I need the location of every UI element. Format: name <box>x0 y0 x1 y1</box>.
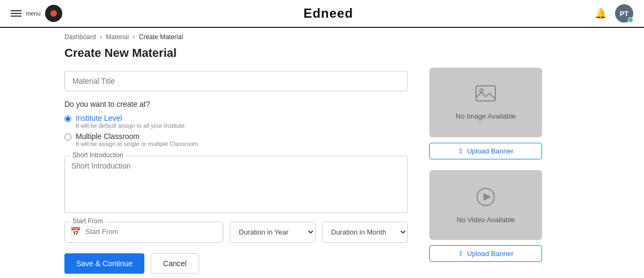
svg-marker-3 <box>484 193 491 201</box>
upload-image-label: Upload Banner <box>467 147 514 155</box>
menu-icon[interactable] <box>11 10 21 17</box>
online-indicator <box>628 17 633 23</box>
svg-rect-0 <box>476 86 495 101</box>
page-title: Create New Material <box>64 46 408 60</box>
cancel-button[interactable]: Cancel <box>151 253 199 274</box>
start-from-legend: Start From <box>70 217 105 225</box>
menu-label: menu <box>26 10 41 17</box>
video-placeholder-icon <box>475 186 496 211</box>
radio-classroom[interactable] <box>64 134 71 141</box>
date-duration-row: Start From 📅 Duration in Year 1 Year 2 Y… <box>64 222 408 243</box>
form-section: Create New Material Do you want to creat… <box>64 46 408 274</box>
save-continue-button[interactable]: Save & Continue <box>64 253 144 274</box>
radio-institute-sublabel: It will be default assign to all your In… <box>76 122 186 129</box>
duration-month-select[interactable]: Duration in Month 1 Month 2 Months 3 Mon… <box>322 222 408 243</box>
button-row: Save & Continue Cancel <box>64 253 408 274</box>
radio-classroom-sublabel: It will be assign to single or multiple … <box>76 141 200 147</box>
short-intro-legend: Short Introduction <box>70 151 126 159</box>
upload-video-button[interactable]: ⇧ Upload Banner <box>429 245 542 262</box>
upload-video-label: Upload Banner <box>467 250 514 258</box>
radio-classroom-label[interactable]: Multiple Classroom <box>76 132 140 141</box>
no-image-label: No Image Available <box>456 112 516 120</box>
radio-option-institute: Institute Level It will be default assig… <box>64 114 408 129</box>
create-question-label: Do you want to create at? <box>64 100 408 108</box>
app-logo: Edneed <box>303 6 353 21</box>
radio-group: Institute Level It will be default assig… <box>64 114 408 147</box>
radio-institute[interactable] <box>64 115 71 122</box>
upload-image-button[interactable]: ⇧ Upload Banner <box>429 143 542 159</box>
breadcrumb-dashboard[interactable]: Dashboard <box>64 33 96 41</box>
upload-video-icon: ⇧ <box>458 250 464 258</box>
image-placeholder-icon <box>475 85 496 108</box>
short-intro-textarea[interactable] <box>71 162 401 204</box>
start-from-input[interactable] <box>85 228 217 236</box>
avatar[interactable]: PT <box>615 4 633 23</box>
breadcrumb: Dashboard › Material › Create Material <box>0 28 644 46</box>
main-content: Create New Material Do you want to creat… <box>0 46 644 274</box>
duration-year-select[interactable]: Duration in Year 1 Year 2 Years 3 Years <box>230 222 316 243</box>
calendar-icon: 📅 <box>70 226 81 237</box>
material-title-input[interactable] <box>64 71 408 91</box>
right-panel: No Image Available ⇧ Upload Banner No Vi… <box>429 46 547 274</box>
no-video-label: No Video Available <box>457 216 515 224</box>
header-left: menu <box>11 5 62 22</box>
breadcrumb-material[interactable]: Material <box>106 33 129 41</box>
image-card: No Image Available <box>429 68 542 137</box>
header: menu Edneed 🔔 PT <box>0 0 644 28</box>
start-from-group: Start From 📅 <box>64 222 223 243</box>
short-intro-group: Short Introduction <box>64 156 408 213</box>
breadcrumb-create-material: Create Material <box>139 33 183 41</box>
radio-institute-label[interactable]: Institute Level <box>76 114 122 122</box>
header-right: 🔔 PT <box>595 4 633 23</box>
record-button[interactable] <box>45 5 62 22</box>
radio-option-classroom: Multiple Classroom It will be assign to … <box>64 132 408 147</box>
video-card: No Video Available <box>429 170 542 240</box>
upload-icon: ⇧ <box>458 147 464 155</box>
bell-icon[interactable]: 🔔 <box>595 8 606 19</box>
